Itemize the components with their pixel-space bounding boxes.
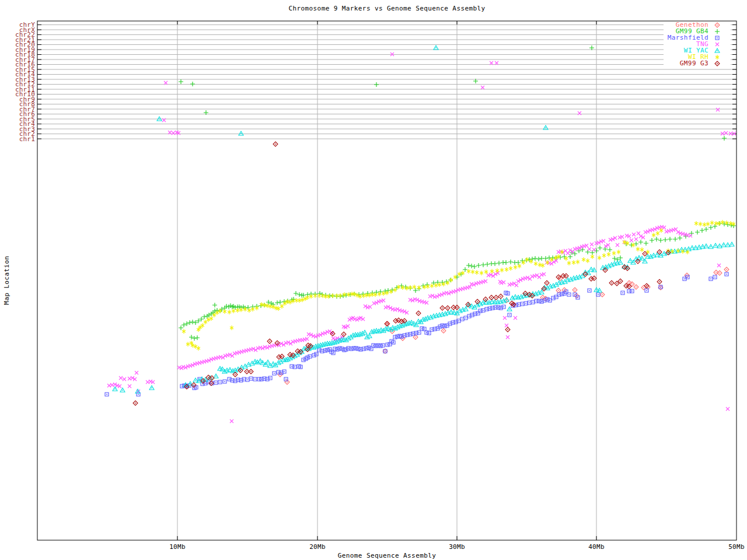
xtick-label-30Mb: 30Mb [439, 543, 474, 551]
xtick-label-40Mb: 40Mb [579, 543, 614, 551]
series-WI-YAC [113, 46, 734, 393]
ytick-label-chr1: chr1 [0, 136, 35, 142]
legend-label: GM99 G3 [680, 60, 708, 67]
plot-area [0, 0, 747, 560]
xtick-label-20Mb: 20Mb [300, 543, 335, 551]
series-TNG [107, 52, 736, 423]
legend-row-GM99-G3: GM99 G3 [668, 60, 726, 66]
series-WI-RH [182, 220, 735, 351]
x-axis-label: Genome Sequence Assembly [37, 552, 736, 559]
series-Marshfield [105, 272, 728, 396]
xtick-label-10Mb: 10Mb [160, 543, 195, 551]
legend: GenethonGM99 GB4MarshfieldTNGWI YACWI RH… [668, 22, 726, 66]
xtick-label-50Mb: 50Mb [719, 543, 747, 551]
chart-canvas: Chromosome 9 Markers vs Genome Sequence … [0, 0, 747, 560]
legend-diamond-dot-icon [708, 60, 726, 67]
series-Genethon [278, 267, 729, 384]
